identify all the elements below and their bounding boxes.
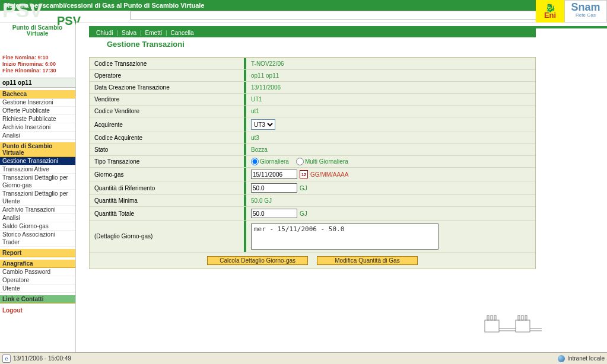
quantita-rif-input[interactable] [251,183,297,193]
label-stato: Stato [90,145,244,155]
menu-item[interactable]: Archivio Transazioni [0,206,75,214]
fine-nomina: Fine Nomina: 9:10 [2,55,73,61]
menu-item[interactable]: Cambio Password [0,268,75,276]
timer-info: Fine Nomina: 9:10 Inizio Rinomina: 6:00 … [0,53,75,75]
menu-item[interactable]: Operatore [0,276,75,285]
inizio-rinomina: Inizio Rinomina: 6:00 [2,61,73,68]
svg-rect-1 [487,315,489,320]
menu-item[interactable]: Transazioni Attive [0,165,75,174]
svg-rect-3 [494,315,496,320]
menu-head-report[interactable]: Report [0,249,75,257]
emetti-button[interactable]: Emetti [145,30,162,36]
value-quantita-min: 50.0 GJ [246,196,535,206]
menu-item[interactable]: Storico Associazioni Trader [0,231,75,247]
menu-head-psv: Punto di Scambio Virtuale [0,142,75,157]
menu-item[interactable]: Offerte Pubblicate [0,107,75,115]
calendar-icon[interactable]: 12 [300,170,308,178]
value-codice-venditore: ut1 [246,106,535,116]
value-operatore: op11 op11 [246,71,535,81]
label-venditore: Venditore [90,94,244,104]
button-row: Calcola Dettaglio Giorno-gas Modifica Qu… [90,252,535,269]
pipeline-decoration [482,312,542,334]
menu-item[interactable]: Archivio Inserzioni [0,123,75,132]
divider-rail [76,23,89,352]
menu-item[interactable]: Transazioni Dettaglio per Utente [0,190,75,206]
value-stato: Bozza [246,145,535,155]
menu-head-anagrafica: Anagrafica [0,260,75,268]
page-title: Gestione Transazioni [89,37,607,55]
acquirente-select[interactable]: UT3 [251,119,275,130]
logout-link[interactable]: Logout [0,306,75,315]
menu-psv: Punto di Scambio Virtuale Gestione Trans… [0,142,75,247]
sidebar: PSV PSV Punto di Scambio Virtuale Fine N… [0,23,76,352]
menu-head-link[interactable]: Link e Contatti [0,295,75,304]
action-bar: Chiudi| Salva| Emetti| Cancella [89,28,536,37]
status-datetime: 13/11/2006 - 15:00:49 [13,355,71,362]
brand-logos: 🐉 Eni Snam Rete Gas [536,0,607,23]
menu-item[interactable]: Saldo Giorno-gas [0,222,75,231]
status-zone: Intranet locale [567,355,605,362]
chiudi-button[interactable]: Chiudi [96,30,113,36]
label-quantita-min: Quantità Minima [90,196,244,206]
label-codice-acquirente: Codice Acquirente [90,133,244,143]
fine-rinomina: Fine Rinomina: 17:30 [2,68,73,74]
svg-rect-8 [522,315,523,320]
calcola-button[interactable]: Calcola Dettaglio Giorno-gas [207,256,308,265]
ie-icon: e [2,355,11,363]
value-venditore: UT1 [246,94,535,104]
unit-gj: GJ [300,210,307,217]
radio-multi-giornaliera[interactable]: Multi Giornaliera [296,158,348,165]
menu-head-bacheca: Bacheca [0,90,75,98]
label-giorno-gas: Giorno-gas [90,170,244,180]
radio-giornaliera[interactable]: Giornaliera [251,158,289,165]
menu-item[interactable]: Gestione Inserzioni [0,98,75,107]
eni-logo: 🐉 Eni [536,0,564,23]
label-tipo-transazione: Tipo Transazione [90,157,244,167]
status-bar: e 13/11/2006 - 15:00:49 Intranet locale [0,352,607,364]
svg-rect-2 [491,315,492,320]
label-dettaglio: (Dettaglio Giorno-gas) [90,231,244,241]
value-data-creazione: 13/11/2006 [246,82,535,92]
giorno-gas-input[interactable] [251,170,297,179]
dettaglio-textarea[interactable]: mer - 15/11/2006 - 50.0 [251,223,438,250]
menu-item[interactable]: Utente [0,285,75,293]
svg-rect-0 [485,320,499,332]
label-quantita-rif: Quantità di Riferimento [90,183,244,193]
main-content: Chiudi| Salva| Emetti| Cancella Gestione… [89,23,607,352]
label-acquirente: Acquirente [90,120,244,130]
menu-item-gestione-transazioni[interactable]: Gestione Transazioni [0,157,75,165]
label-codice-transazione: Codice Transazione [90,59,244,69]
menu-item[interactable]: Analisi [0,214,75,222]
form-panel: Codice TransazioneT-NOV22/06 Operatoreop… [89,57,536,269]
user-label: op11 op11 [0,78,75,88]
label-operatore: Operatore [90,71,244,81]
label-codice-venditore: Codice Venditore [90,106,244,116]
globe-icon [558,355,565,362]
date-format-hint: GG/MM/AAAA [310,171,348,178]
menu-item[interactable]: Richieste Pubblicate [0,115,75,123]
cancella-button[interactable]: Cancella [171,30,194,36]
label-quantita-tot: Quantità Totale [90,209,244,219]
top-input[interactable] [131,11,581,20]
svg-rect-7 [518,315,520,320]
menu-item[interactable]: Transazioni Dettaglio per Giorno-gas [0,174,75,190]
menu-bacheca: Bacheca Gestione Inserzioni Offerte Pubb… [0,90,75,140]
menu-anagrafica: Anagrafica Cambio Password Operatore Ute… [0,260,75,293]
svg-rect-9 [525,315,527,320]
salva-button[interactable]: Salva [122,30,136,36]
modifica-button[interactable]: Modifica Quantità di Gas [317,256,418,265]
label-data-creazione: Data Creazione Transazione [90,82,244,92]
value-codice-acquirente: ut3 [246,133,535,143]
unit-gj: GJ [300,185,307,191]
snam-logo: Snam Rete Gas [564,0,607,23]
menu-item[interactable]: Analisi [0,132,75,140]
value-codice-transazione: T-NOV22/06 [246,59,535,69]
quantita-tot-input[interactable] [251,209,297,218]
svg-rect-6 [516,320,530,332]
